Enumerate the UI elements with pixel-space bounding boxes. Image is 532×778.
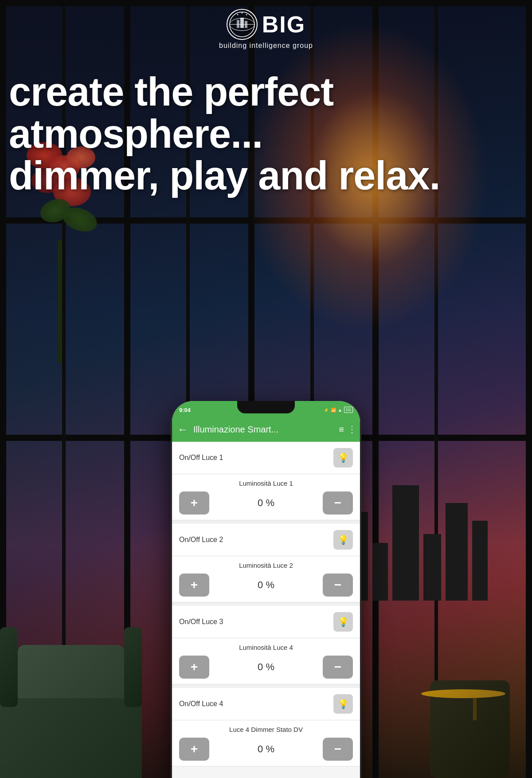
dimmer-luce1-label: Luminosità Luce 1 (179, 479, 353, 487)
header-icons: ≡ ⋮ (339, 424, 356, 435)
dimmer-luce1-row: Luminosità Luce 1 + 0 % − (172, 474, 360, 520)
dimmer-luce2-controls: + 0 % − (179, 574, 353, 597)
app-header: ← Illuminazione Smart... ≡ ⋮ (172, 417, 360, 442)
dimmer-luce4-stato-label: Luce 4 Dimmer Stato DV (179, 726, 353, 733)
dimmer-luce1-minus[interactable]: − (323, 491, 353, 515)
dimmer-luce2-row: Luminosità Luce 2 + 0 % − (172, 556, 360, 602)
onoff-luce1-button[interactable]: 💡 (333, 448, 353, 468)
onoff-luce1-label: On/Off Luce 1 (179, 454, 223, 462)
dimmer-luce4-plus[interactable]: + (179, 656, 209, 679)
logo-area: BIG building intelligence group (219, 9, 313, 50)
battery-icon: 5G (344, 407, 353, 413)
onoff-luce3-label: On/Off Luce 3 (179, 618, 223, 626)
svg-point-8 (246, 14, 247, 16)
app-title: Illuminazione Smart... (193, 424, 335, 435)
menu-icon[interactable]: ⋮ (348, 424, 356, 435)
sort-icon[interactable]: ≡ (339, 424, 344, 435)
onoff-luce3-row: On/Off Luce 3 💡 (172, 606, 360, 638)
status-time: 9:04 (179, 407, 191, 413)
dimmer-luce4-stato-minus[interactable]: − (323, 738, 353, 761)
dimmer-luce4-stato-controls: + 0 % − (179, 738, 353, 761)
section-gap-3 (172, 684, 360, 688)
dimmer-luce4-controls: + 0 % − (179, 656, 353, 679)
dimmer-luce1-plus[interactable]: + (179, 491, 209, 515)
onoff-luce3-button[interactable]: 💡 (333, 612, 353, 632)
onoff-luce4-button[interactable]: 💡 (333, 694, 353, 714)
svg-rect-3 (237, 20, 239, 28)
svg-rect-5 (245, 21, 247, 28)
headline-line3: dimmer, play and relax. (9, 155, 523, 197)
onoff-luce4-label: On/Off Luce 4 (179, 700, 223, 708)
onoff-luce1-row: On/Off Luce 1 💡 (172, 442, 360, 474)
dimmer-luce4-stato-value: 0 % (213, 743, 319, 755)
phone-frame: 9:04 ⚡ 📶 ▲ 5G ← Illuminazione Smart... (171, 401, 361, 778)
phone-mockup: 9:04 ⚡ 📶 ▲ 5G ← Illuminazione Smart... (171, 401, 361, 778)
dimmer-luce4-row: Luminosità Luce 4 + 0 % − (172, 638, 360, 684)
logo-tagline: building intelligence group (219, 42, 313, 50)
app-content: On/Off Luce 1 💡 Luminosità Luce 1 + 0 % … (172, 442, 360, 778)
dimmer-luce4-stato-row: Luce 4 Dimmer Stato DV + 0 % − (172, 720, 360, 766)
wifi-icon: ▲ (338, 408, 342, 413)
signal-icon: 📶 (331, 408, 336, 413)
headline-area: create the perfect atmosphere... dimmer,… (9, 71, 523, 197)
logo-name: BIG (262, 13, 305, 36)
section-gap-1 (172, 520, 360, 524)
dimmer-luce1-controls: + 0 % − (179, 491, 353, 515)
headline-line2: atmosphere... (9, 113, 523, 155)
dimmer-luce4-minus[interactable]: − (323, 656, 353, 679)
onoff-luce2-label: On/Off Luce 2 (179, 536, 223, 544)
content-layer: BIG building intelligence group create t… (0, 0, 532, 778)
phone-notch (237, 401, 295, 413)
onoff-luce2-button[interactable]: 💡 (333, 530, 353, 550)
dimmer-luce2-minus[interactable]: − (323, 574, 353, 597)
bluetooth-icon: ⚡ (324, 408, 329, 413)
section-gap-2 (172, 602, 360, 606)
dimmer-luce1-value: 0 % (213, 497, 319, 509)
status-icons: ⚡ 📶 ▲ 5G (324, 407, 353, 413)
phone-screen: 9:04 ⚡ 📶 ▲ 5G ← Illuminazione Smart... (172, 401, 360, 778)
onoff-luce2-row: On/Off Luce 2 💡 (172, 524, 360, 556)
svg-point-7 (241, 12, 243, 14)
dimmer-luce2-plus[interactable]: + (179, 574, 209, 597)
logo-circle (227, 9, 258, 40)
onoff-luce4-row: On/Off Luce 4 💡 (172, 688, 360, 720)
dimmer-luce2-label: Luminosità Luce 2 (179, 562, 353, 569)
svg-rect-4 (240, 18, 244, 28)
dimmer-luce4-value: 0 % (213, 661, 319, 673)
svg-point-6 (237, 14, 238, 16)
back-button[interactable]: ← (176, 421, 190, 437)
dimmer-luce2-value: 0 % (213, 579, 319, 591)
headline-line1: create the perfect (9, 71, 523, 113)
dimmer-luce4-label: Luminosità Luce 4 (179, 644, 353, 651)
dimmer-luce4-stato-plus[interactable]: + (179, 738, 209, 761)
